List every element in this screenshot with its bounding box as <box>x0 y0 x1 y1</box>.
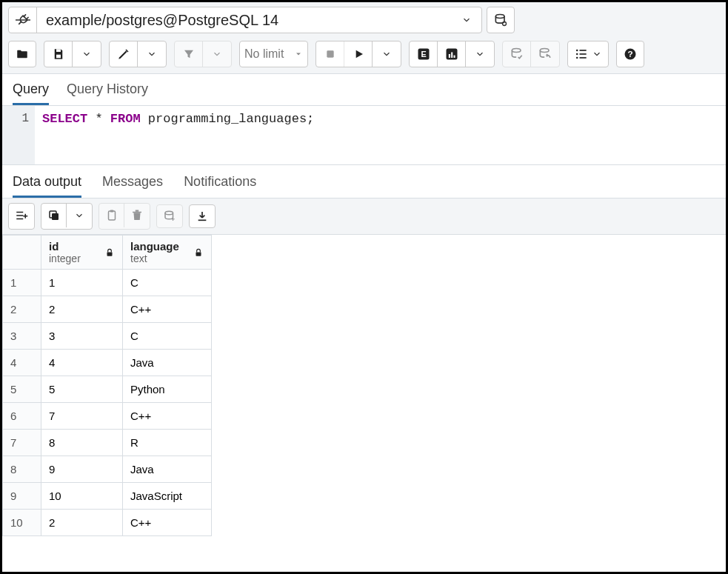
cell-language[interactable]: C++ <box>123 403 212 430</box>
sql-editor[interactable]: 1 SELECT * FROM programming_languages; <box>2 106 726 165</box>
query-toolbar: No limit E <box>2 38 726 74</box>
table-row[interactable]: 78R <box>3 430 212 456</box>
row-number-header[interactable] <box>3 236 41 270</box>
explain-analyze-button[interactable] <box>438 41 466 67</box>
save-icon <box>52 47 65 61</box>
cell-id[interactable]: 4 <box>41 350 123 376</box>
cell-language[interactable]: C++ <box>123 296 212 323</box>
commit-button[interactable] <box>503 41 531 67</box>
svg-text:E: E <box>421 50 426 59</box>
table-row[interactable]: 33C <box>3 323 212 350</box>
copy-button[interactable] <box>41 204 67 227</box>
run-dropdown[interactable] <box>373 41 401 67</box>
svg-point-12 <box>512 49 521 53</box>
tab-query-history[interactable]: Query History <box>67 81 148 105</box>
editor-tabs: Query Query History <box>2 74 726 106</box>
explain-button[interactable]: E <box>410 41 438 67</box>
cell-language[interactable]: C++ <box>123 510 212 536</box>
connection-label: example/postgres@PostgreSQL 14 <box>37 12 452 29</box>
row-number-cell[interactable]: 7 <box>3 430 41 456</box>
cell-language[interactable]: Java <box>123 350 212 376</box>
tab-data-output[interactable]: Data output <box>13 174 81 198</box>
row-number-cell[interactable]: 10 <box>3 510 41 536</box>
tab-query[interactable]: Query <box>13 81 49 105</box>
add-row-button[interactable] <box>9 204 34 227</box>
table-row[interactable]: 67C++ <box>3 403 212 430</box>
row-number-cell[interactable]: 5 <box>3 376 41 403</box>
table-row[interactable]: 910JavaScript <box>3 483 212 510</box>
table-row[interactable]: 55Python <box>3 376 212 403</box>
cell-id[interactable]: 1 <box>41 270 123 296</box>
explain-dropdown[interactable] <box>466 41 494 67</box>
cell-id[interactable]: 3 <box>41 323 123 350</box>
row-number-cell[interactable]: 9 <box>3 483 41 510</box>
editor-code[interactable]: SELECT * FROM programming_languages; <box>35 106 321 164</box>
limit-selector[interactable]: No limit <box>239 41 308 67</box>
cell-id[interactable]: 5 <box>41 376 123 403</box>
editor-gutter: 1 <box>2 106 35 164</box>
column-header-language[interactable]: language text <box>123 236 212 270</box>
save-file-button[interactable] <box>44 41 73 67</box>
lock-icon <box>104 247 115 258</box>
cell-language[interactable]: Java <box>123 456 212 483</box>
cell-id[interactable]: 7 <box>41 403 123 430</box>
cell-language[interactable]: C <box>123 270 212 296</box>
paste-button[interactable] <box>99 204 124 227</box>
cell-language[interactable]: R <box>123 430 212 456</box>
table-row[interactable]: 11C <box>3 270 212 296</box>
explain-group: E <box>409 41 495 67</box>
save-data-button[interactable] <box>156 204 183 228</box>
column-header-id[interactable]: id integer <box>41 236 123 270</box>
cell-id[interactable]: 2 <box>41 296 123 323</box>
connection-dropdown-chevron[interactable] <box>452 7 481 33</box>
cell-language[interactable]: C <box>123 323 212 350</box>
edit-button[interactable] <box>110 41 138 67</box>
commit-group <box>502 41 560 67</box>
table-row[interactable]: 22C++ <box>3 296 212 323</box>
connection-selector[interactable]: example/postgres@PostgreSQL 14 <box>8 7 482 33</box>
cell-id[interactable]: 8 <box>41 430 123 456</box>
svg-point-33 <box>165 211 173 215</box>
stop-button[interactable] <box>316 41 344 67</box>
cell-language[interactable]: Python <box>123 376 212 403</box>
table-row[interactable]: 44Java <box>3 350 212 376</box>
table-row[interactable]: 102C++ <box>3 510 212 536</box>
copy-dropdown[interactable] <box>67 204 92 227</box>
plug-disconnected-icon <box>16 13 30 27</box>
row-number-cell[interactable]: 3 <box>3 323 41 350</box>
cell-id[interactable]: 2 <box>41 510 123 536</box>
tab-messages[interactable]: Messages <box>102 174 163 198</box>
svg-rect-4 <box>56 55 61 59</box>
row-number-cell[interactable]: 4 <box>3 350 41 376</box>
row-number-cell[interactable]: 1 <box>3 270 41 296</box>
row-number-cell[interactable]: 2 <box>3 296 41 323</box>
cell-id[interactable]: 10 <box>41 483 123 510</box>
filter-dropdown[interactable] <box>203 41 231 67</box>
filter-button[interactable] <box>175 41 203 67</box>
save-file-dropdown[interactable] <box>73 41 101 67</box>
table-row[interactable]: 89Java <box>3 456 212 483</box>
open-file-button[interactable] <box>8 41 36 67</box>
save-file-group <box>44 41 101 67</box>
macros-group[interactable] <box>567 41 609 67</box>
output-tabs: Data output Messages Notifications <box>2 165 726 198</box>
row-number-cell[interactable]: 6 <box>3 403 41 430</box>
new-connection-button[interactable] <box>487 7 515 33</box>
copy-icon <box>47 209 61 222</box>
rollback-button[interactable] <box>531 41 559 67</box>
edit-dropdown[interactable] <box>138 41 166 67</box>
cell-id[interactable]: 9 <box>41 456 123 483</box>
chevron-down-icon <box>592 49 602 59</box>
svg-point-15 <box>576 53 578 56</box>
cell-language[interactable]: JavaScript <box>123 483 212 510</box>
row-number-cell[interactable]: 8 <box>3 456 41 483</box>
lock-icon <box>193 247 204 258</box>
chevron-down-icon <box>212 49 222 59</box>
help-button[interactable]: ? <box>616 41 644 67</box>
delete-row-button[interactable] <box>124 204 150 227</box>
database-cog-icon <box>493 13 508 27</box>
chevron-down-icon <box>475 49 485 59</box>
run-button[interactable] <box>344 41 373 67</box>
tab-notifications[interactable]: Notifications <box>184 174 256 198</box>
download-button[interactable] <box>189 204 216 228</box>
